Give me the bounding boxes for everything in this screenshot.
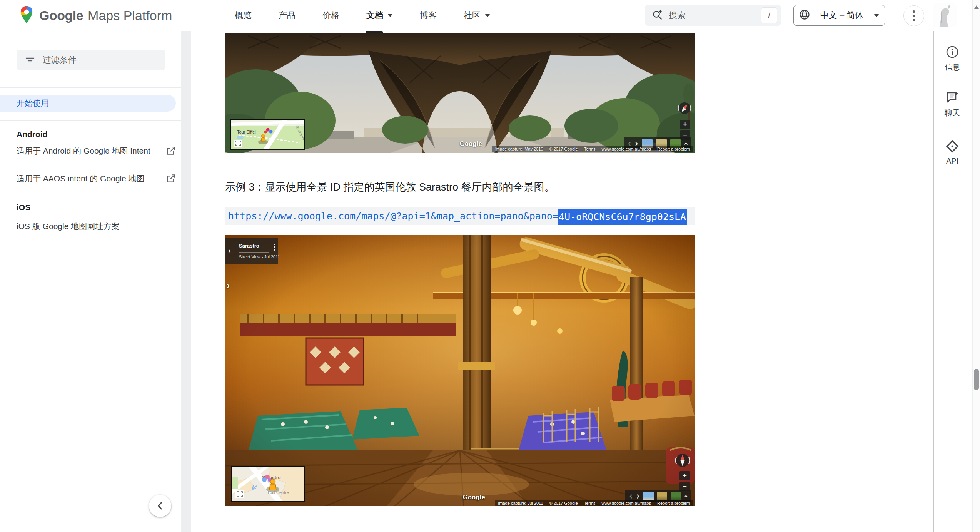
pano-subtitle: Street View - Jul 2011 [239, 254, 280, 259]
maps-pin-icon [19, 5, 34, 26]
filter-icon [25, 54, 35, 66]
info-icon [946, 45, 959, 59]
code-url-prefix: https://www.google.com/maps/@?api=1&map_… [228, 211, 558, 222]
search-box[interactable]: 搜索 / [645, 5, 781, 26]
pegman-icon [261, 134, 265, 142]
divider [0, 194, 181, 194]
report-problem-link[interactable]: Report a problem [657, 147, 690, 151]
pano-thumbnail[interactable] [671, 492, 681, 500]
chat-icon [945, 90, 959, 104]
logo[interactable]: Google Maps Platform [19, 0, 172, 31]
image-capture-date: Image capture: May 2016 [495, 147, 543, 151]
sarastro-minimap[interactable]: Sarastro Call Centre [231, 466, 305, 502]
right-rail: 信息 聊天 API [933, 31, 973, 532]
external-link-icon [166, 146, 176, 157]
pano-thumbnail[interactable] [657, 492, 667, 500]
terms-link[interactable]: Terms [584, 501, 596, 505]
window-scrollbar[interactable] [972, 0, 980, 532]
nav-docs[interactable]: 文档 [366, 10, 393, 21]
divider [0, 120, 181, 121]
image-capture-date: Image capture: Jul 2011 [498, 501, 543, 505]
top-nav: 概览 产品 价格 文档 博客 社区 [235, 0, 490, 31]
back-arrow-icon[interactable]: ← [228, 246, 234, 255]
maps-link[interactable]: www.google.com.au/maps [602, 501, 651, 505]
kebab-menu-icon [912, 10, 915, 22]
minimap-sublabel: Call Centre [268, 490, 289, 495]
google-watermark: Google [460, 141, 482, 147]
top-header: Google Maps Platform 概览 产品 价格 文档 博客 社区 搜… [0, 0, 980, 31]
zoom-in-button[interactable]: + [679, 471, 690, 480]
panel-divider [239, 252, 269, 253]
collapse-sidebar-button[interactable] [149, 495, 171, 517]
more-options-button[interactable] [903, 5, 924, 26]
api-icon [945, 139, 959, 153]
chevron-left-icon [155, 501, 165, 511]
sidebar: 过滤条件 开始使用 Android 适用于 Android 的 Google 地… [0, 31, 194, 532]
language-label: 中文 – 简体 [815, 10, 869, 21]
eiffel-attribution: Image capture: May 2016 © 2017 Google Te… [492, 146, 693, 152]
avatar[interactable] [933, 3, 957, 27]
nav-pricing[interactable]: 价格 [322, 10, 339, 21]
footer-divider [0, 530, 972, 530]
sidebar-item-aaos-intents[interactable]: 适用于 AAOS intent 的 Google 地图 [17, 172, 176, 185]
pano-title-panel: ← Sarastro Street View - Jul 2011 [225, 238, 278, 264]
sidebar-scrollbar[interactable] [181, 31, 191, 532]
nav-overview[interactable]: 概览 [235, 10, 252, 21]
filter-placeholder: 过滤条件 [43, 54, 77, 66]
chevron-down-icon [387, 14, 393, 17]
logo-product-text: Maps Platform [88, 8, 172, 23]
google-watermark: Google [463, 494, 485, 501]
main-content: Tour Eiffel Bourdonnais [225, 0, 695, 532]
code-url-selected: 4U-oRQCNsC6u7r8gp02sLA [558, 209, 687, 225]
fullscreen-icon[interactable] [235, 490, 244, 498]
globe-icon [799, 9, 810, 22]
pano-menu-icon[interactable] [274, 243, 275, 253]
sarastro-panorama [225, 235, 695, 506]
zoom-in-button[interactable]: + [680, 120, 690, 129]
external-link-icon [166, 174, 176, 185]
nav-community[interactable]: 社区 [464, 10, 490, 21]
chevron-down-icon [485, 14, 490, 17]
scroll-up-arrow[interactable] [974, 5, 979, 9]
compass-control[interactable] [674, 452, 691, 471]
rail-item-api[interactable]: API [934, 139, 971, 166]
nav-products[interactable]: 产品 [279, 10, 296, 21]
logo-brand-text: Google [39, 8, 83, 23]
fullscreen-icon[interactable] [234, 140, 242, 147]
page: Google Maps Platform 概览 产品 价格 文档 博客 社区 搜… [0, 0, 980, 532]
sidebar-item-ios-url-scheme[interactable]: iOS 版 Google 地图网址方案 [17, 220, 176, 232]
search-shortcut-key: / [761, 7, 777, 23]
sidebar-item-android-intents[interactable]: 适用于 Android 的 Google 地图 Intent [17, 145, 176, 157]
rail-item-chat[interactable]: 聊天 [934, 90, 971, 118]
expand-thumbnails-icon[interactable]: › [680, 142, 692, 146]
copyright: © 2017 Google [549, 501, 578, 505]
pano-title: Sarastro [239, 243, 259, 249]
copyright: © 2017 Google [549, 147, 578, 151]
sidebar-section-android: Android [17, 130, 47, 139]
filter-input[interactable]: 过滤条件 [17, 50, 165, 70]
divider [0, 87, 181, 88]
language-selector[interactable]: 中文 – 简体 [793, 5, 885, 26]
rail-item-info[interactable]: 信息 [934, 45, 971, 72]
expand-thumbnails-icon[interactable]: › [680, 495, 692, 498]
chevron-down-icon [874, 14, 879, 17]
compass-control[interactable] [678, 101, 691, 118]
eiffel-minimap[interactable]: Tour Eiffel Bourdonnais [230, 119, 305, 150]
sarastro-attribution: Image capture: Jul 2011 © 2017 Google Te… [495, 500, 693, 506]
pano-thumbnail[interactable] [643, 492, 653, 500]
pegman-icon [269, 479, 276, 490]
pan-left-chevron[interactable]: › [226, 279, 230, 292]
minimap-place-label: Tour Eiffel [237, 130, 256, 134]
scrollbar-thumb[interactable] [974, 369, 979, 390]
nav-blog[interactable]: 博客 [420, 10, 437, 21]
street-view-sarastro[interactable]: ← Sarastro Street View - Jul 2011 › [225, 235, 695, 506]
example-3-text: 示例 3：显示使用全景 ID 指定的英国伦敦 Sarastro 餐厅内部的全景图… [225, 180, 555, 194]
maps-link[interactable]: www.google.com.au/maps [602, 147, 651, 151]
report-problem-link[interactable]: Report a problem [657, 501, 690, 505]
search-placeholder: 搜索 [669, 10, 761, 21]
sidebar-item-get-started[interactable]: 开始使用 [0, 95, 176, 112]
street-view-eiffel[interactable]: Tour Eiffel Bourdonnais [225, 33, 695, 153]
search-icon [652, 9, 663, 22]
code-url[interactable]: https://www.google.com/maps/@?api=1&map_… [225, 207, 695, 225]
terms-link[interactable]: Terms [584, 147, 596, 151]
